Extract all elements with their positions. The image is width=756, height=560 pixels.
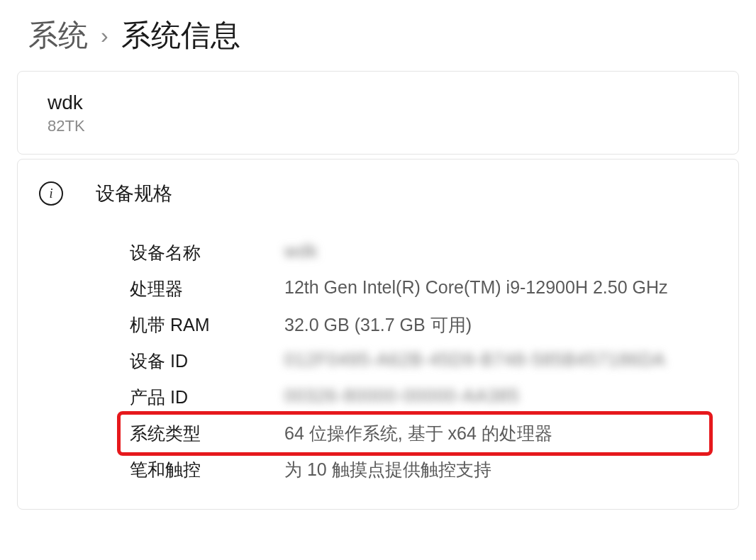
spec-row: 设备 ID012F0495-A62B-45D9-B748-585B457186D…	[18, 343, 738, 379]
spec-value: 00326-80000-00000-AA385	[284, 386, 738, 409]
spec-label: 设备 ID	[130, 349, 284, 373]
spec-row: 处理器12th Gen Intel(R) Core(TM) i9-12900H …	[18, 271, 738, 307]
breadcrumb-parent[interactable]: 系统	[28, 16, 88, 55]
spec-label: 处理器	[130, 277, 284, 301]
spec-row: 系统类型64 位操作系统, 基于 x64 的处理器	[18, 415, 738, 452]
spec-row: 产品 ID00326-80000-00000-AA385	[18, 379, 738, 415]
spec-value: 12th Gen Intel(R) Core(TM) i9-12900H 2.5…	[284, 277, 738, 301]
spec-row: 设备名称wdk	[18, 235, 738, 271]
spec-value: 为 10 触摸点提供触控支持	[284, 458, 738, 481]
spec-title: 设备规格	[96, 181, 172, 206]
spec-label: 系统类型	[130, 422, 284, 445]
spec-label: 产品 ID	[130, 386, 284, 409]
spec-value: 64 位操作系统, 基于 x64 的处理器	[284, 422, 738, 445]
spec-value: 32.0 GB (31.7 GB 可用)	[284, 313, 738, 337]
breadcrumb-current: 系统信息	[121, 16, 240, 55]
device-name: wdk	[48, 91, 708, 114]
chevron-right-icon: ›	[101, 23, 109, 49]
info-icon: i	[39, 181, 63, 206]
spec-value: wdk	[284, 241, 738, 264]
spec-label: 设备名称	[130, 241, 284, 264]
device-model: 82TK	[48, 117, 708, 135]
breadcrumb: 系统 › 系统信息	[0, 0, 756, 71]
device-spec-card: i 设备规格 设备名称wdk处理器12th Gen Intel(R) Core(…	[17, 159, 739, 510]
device-summary-card: wdk 82TK	[17, 71, 739, 155]
spec-header[interactable]: i 设备规格	[18, 159, 738, 228]
spec-label: 笔和触控	[130, 458, 284, 481]
spec-value: 012F0495-A62B-45D9-B748-585B457186DA	[284, 349, 738, 373]
spec-body: 设备名称wdk处理器12th Gen Intel(R) Core(TM) i9-…	[18, 228, 738, 509]
spec-row: 机带 RAM32.0 GB (31.7 GB 可用)	[18, 307, 738, 343]
spec-row: 笔和触控为 10 触摸点提供触控支持	[18, 452, 738, 488]
spec-label: 机带 RAM	[130, 313, 284, 337]
